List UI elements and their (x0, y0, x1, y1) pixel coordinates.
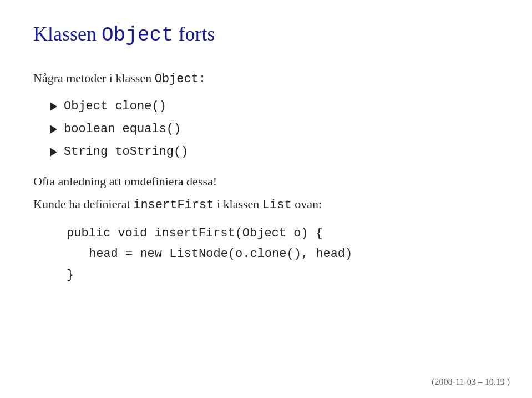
bullet-arrow-icon (50, 102, 57, 111)
code-line-2: head = new ListNode(o.clone(), head) (89, 244, 499, 264)
body-line-2-suffix: i klassen (214, 197, 262, 211)
bullet-label: String toString() (64, 143, 188, 161)
body-line-2: Kunde ha definierat insertFirst i klasse… (33, 195, 499, 214)
list-item: boolean equals() (50, 120, 499, 138)
slide-content: Några metoder i klassen Object: Object c… (33, 69, 499, 285)
body-line-2-end: ovan: (292, 197, 322, 211)
title-prefix: Klassen (33, 23, 102, 45)
code-line-3: } (67, 265, 499, 285)
list-item: String toString() (50, 143, 499, 161)
body-line-1: Ofta anledning att omdefiniera dessa! (33, 172, 499, 190)
title-mono: Object (102, 24, 174, 47)
intro-plain: Några metoder i klassen (33, 71, 155, 85)
bullet-label: boolean equals() (64, 120, 181, 138)
intro-text: Några metoder i klassen Object: (33, 69, 499, 88)
list-item: Object clone() (50, 97, 499, 115)
bullet-arrow-icon (50, 148, 57, 157)
bullet-list: Object clone() boolean equals() String t… (50, 97, 499, 161)
title-suffix: forts (174, 23, 215, 45)
bullet-arrow-icon (50, 125, 57, 134)
footer-text: (2008-11-03 – 10.19 ) (432, 377, 510, 386)
intro-mono: Object: (155, 72, 206, 86)
code-line-1: public void insertFirst(Object o) { (67, 223, 499, 244)
slide-title: Klassen Object forts (33, 22, 499, 47)
bullet-label: Object clone() (64, 97, 166, 115)
body-line-2-mono1: insertFirst (133, 198, 214, 212)
slide: Klassen Object forts Några metoder i kla… (0, 0, 532, 398)
body-line-2-mono2: List (262, 198, 292, 212)
body-line-2-plain: Kunde ha definierat (33, 197, 133, 211)
code-block: public void insertFirst(Object o) { head… (67, 223, 499, 285)
slide-footer: (2008-11-03 – 10.19 ) (432, 377, 510, 387)
